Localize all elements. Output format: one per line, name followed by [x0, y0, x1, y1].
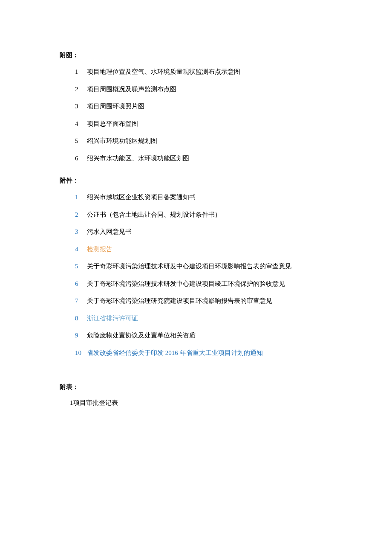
item-number: 5 — [75, 137, 87, 145]
item-text: 污水入网意见书 — [87, 227, 332, 237]
list-fubiao: 1 项目审批登记表 — [60, 399, 332, 407]
list-item: 2项目周围概况及噪声监测布点图 — [60, 84, 332, 94]
list-item: 6关于奇彩环境污染治理技术研发中心建设项目竣工环境保护的验收意见 — [60, 279, 332, 289]
item-text: 项目审批登记表 — [73, 399, 118, 407]
item-text: 检测报告 — [87, 244, 332, 254]
list-item: 5关于奇彩环境污染治理技术研发中心建设项目环境影响报告表的审查意见 — [60, 262, 332, 271]
list-item: 1项目地理位置及空气、水环境质量现状监测布点示意图 — [60, 67, 332, 77]
list-item: 4检测报告 — [60, 244, 332, 254]
list-item: 8浙江省排污许可证 — [60, 314, 332, 323]
heading-futu: 附图： — [60, 51, 332, 59]
list-item: 1 项目审批登记表 — [60, 399, 332, 407]
list-item: 7关于奇彩环境污染治理研究院建设项目环境影响报告表的审查意见 — [60, 296, 332, 306]
item-text: 关于奇彩环境污染治理研究院建设项目环境影响报告表的审查意见 — [87, 296, 332, 306]
item-text: 浙江省排污许可证 — [87, 314, 332, 323]
list-item: 4项目总平面布置图 — [60, 119, 332, 129]
section-fubiao: 附表： 1 项目审批登记表 — [60, 383, 332, 407]
item-text: 危险废物处置协议及处置单位相关资质 — [87, 331, 332, 340]
heading-fubiao: 附表： — [60, 383, 332, 391]
item-number: 2 — [75, 211, 87, 218]
item-number: 7 — [75, 297, 87, 305]
item-number: 4 — [75, 120, 87, 128]
item-number: 3 — [75, 228, 87, 235]
item-number: 9 — [75, 332, 87, 339]
item-text: 项目地理位置及空气、水环境质量现状监测布点示意图 — [87, 67, 332, 77]
section-fujian: 附件： 1绍兴市越城区企业投资项目备案通知书2公证书（包含土地出让合同、规划设计… — [60, 177, 332, 357]
item-number: 1 — [70, 399, 73, 407]
item-text: 关于奇彩环境污染治理技术研发中心建设项目环境影响报告表的审查意见 — [87, 262, 332, 271]
list-item: 6绍兴市水功能区、水环境功能区划图 — [60, 154, 332, 163]
item-text: 项目周围环境照片图 — [87, 102, 332, 111]
list-item: 2公证书（包含土地出让合同、规划设计条件书） — [60, 210, 332, 220]
item-number: 5 — [75, 263, 87, 270]
list-item: 1绍兴市越城区企业投资项目备案通知书 — [60, 192, 332, 202]
item-number: 1 — [75, 68, 87, 76]
list-fujian: 1绍兴市越城区企业投资项目备案通知书2公证书（包含土地出让合同、规划设计条件书）… — [60, 192, 332, 357]
item-text: 绍兴市水功能区、水环境功能区划图 — [87, 154, 332, 163]
item-number: 3 — [75, 103, 87, 110]
item-number: 10 — [75, 349, 87, 357]
item-number: 6 — [75, 280, 87, 288]
list-item: 9危险废物处置协议及处置单位相关资质 — [60, 331, 332, 340]
item-text: 省发改委省经信委关于印发 2016 年省重大工业项目计划的通知 — [87, 348, 332, 358]
item-number: 1 — [75, 194, 87, 201]
item-text: 项目周围概况及噪声监测布点图 — [87, 84, 332, 94]
item-number: 6 — [75, 155, 87, 162]
list-item: 3污水入网意见书 — [60, 227, 332, 237]
item-number: 4 — [75, 246, 87, 253]
heading-fujian: 附件： — [60, 177, 332, 185]
item-text: 公证书（包含土地出让合同、规划设计条件书） — [87, 210, 332, 220]
list-item: 10省发改委省经信委关于印发 2016 年省重大工业项目计划的通知 — [60, 348, 332, 358]
list-item: 3项目周围环境照片图 — [60, 102, 332, 111]
list-item: 5绍兴市环境功能区规划图 — [60, 136, 332, 146]
item-text: 关于奇彩环境污染治理技术研发中心建设项目竣工环境保护的验收意见 — [87, 279, 332, 289]
item-text: 绍兴市环境功能区规划图 — [87, 136, 332, 146]
item-text: 绍兴市越城区企业投资项目备案通知书 — [87, 192, 332, 202]
item-text: 项目总平面布置图 — [87, 119, 332, 129]
list-futu: 1项目地理位置及空气、水环境质量现状监测布点示意图2项目周围概况及噪声监测布点图… — [60, 67, 332, 163]
section-futu: 附图： 1项目地理位置及空气、水环境质量现状监测布点示意图2项目周围概况及噪声监… — [60, 51, 332, 163]
item-number: 8 — [75, 315, 87, 322]
item-number: 2 — [75, 86, 87, 93]
